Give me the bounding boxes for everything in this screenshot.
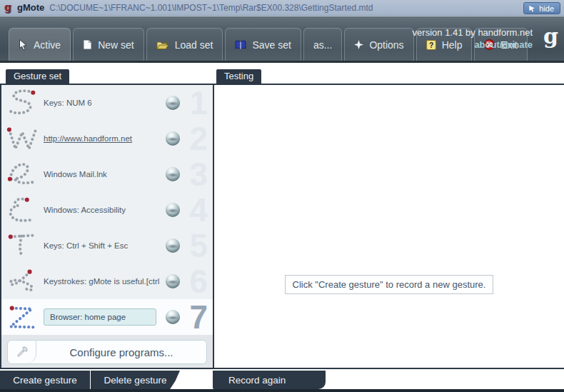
gesture-row[interactable]: Windows Mail.lnk 3 bbox=[1, 156, 213, 192]
tab-strip: Gesture set Testing bbox=[0, 69, 564, 84]
book-icon bbox=[235, 40, 246, 50]
gesture-test-sphere-icon[interactable] bbox=[166, 310, 180, 324]
gesture-set-panel: Keys: NUM 6 1 http://www.handform.net 2 … bbox=[1, 85, 213, 368]
gesture-test-sphere-icon[interactable] bbox=[166, 96, 180, 110]
tab-gesture-set[interactable]: Gesture set bbox=[6, 69, 69, 84]
create-gesture-button[interactable]: Create gesture bbox=[0, 371, 90, 389]
hide-button[interactable]: hide bbox=[523, 2, 560, 14]
gesture-test-sphere-icon[interactable] bbox=[166, 167, 180, 181]
toolbar-button-as[interactable]: as... bbox=[303, 28, 342, 61]
toolbar: Active New set Load set Save set as... O… bbox=[0, 16, 564, 63]
main-content: Keys: NUM 6 1 http://www.handform.net 2 … bbox=[0, 84, 564, 369]
plus-icon bbox=[354, 40, 363, 49]
testing-message: Click "Create gesture" to record a new g… bbox=[285, 275, 494, 294]
configure-programs-button[interactable]: Configure programs... bbox=[7, 340, 207, 364]
gesture-row[interactable]: 7 bbox=[1, 299, 213, 335]
gesture-drawing bbox=[5, 195, 41, 225]
gesture-drawing bbox=[5, 231, 41, 261]
gesture-number: 3 bbox=[180, 156, 213, 192]
bottom-bar: Create gesture Delete gesture Record aga… bbox=[0, 369, 564, 392]
gesture-label: Keys: Ctrl + Shift + Esc bbox=[44, 241, 163, 250]
delete-gesture-button[interactable]: Delete gesture bbox=[90, 371, 180, 389]
about-donate-link[interactable]: about/donate bbox=[474, 39, 533, 50]
left-panel-footer: Configure programs... bbox=[1, 335, 213, 368]
gesture-drawing bbox=[5, 266, 41, 296]
gesture-number: 4 bbox=[180, 192, 213, 228]
bottom-bar-left: Create gesture Delete gesture bbox=[0, 371, 180, 389]
gesture-label-input[interactable] bbox=[44, 308, 156, 326]
record-again-label: Record again bbox=[228, 375, 286, 386]
tab-testing[interactable]: Testing bbox=[216, 69, 261, 84]
titlebar: g gMote C:\DOCUME~1\FFRANC~1.001\IMPOST~… bbox=[0, 0, 564, 16]
toolbar-button-new-set[interactable]: New set bbox=[73, 28, 144, 61]
cursor-icon bbox=[19, 39, 28, 51]
gesture-test-sphere-icon[interactable] bbox=[166, 131, 180, 146]
gesture-number: 1 bbox=[180, 85, 213, 121]
gesture-label: Keystrokes: gMote is useful.[ctrl bbox=[44, 277, 163, 286]
window-bottom-edge bbox=[0, 389, 564, 392]
gmote-logo: g bbox=[543, 26, 558, 47]
gesture-test-sphere-icon[interactable] bbox=[166, 238, 180, 253]
hide-button-label: hide bbox=[539, 4, 554, 13]
toolbar-button-load-set[interactable]: Load set bbox=[146, 28, 223, 61]
gesture-row[interactable]: Keys: NUM 6 1 bbox=[1, 85, 213, 121]
gesture-number: 5 bbox=[180, 228, 213, 263]
gesture-row[interactable]: http://www.handform.net 2 bbox=[1, 121, 213, 156]
wrench-icon bbox=[8, 341, 36, 363]
window-title-path: C:\DOCUME~1\FFRANC~1.001\IMPOST~1\Temp\R… bbox=[49, 3, 373, 13]
gesture-test-sphere-icon[interactable] bbox=[166, 203, 180, 217]
gesture-row[interactable]: Keys: Ctrl + Shift + Esc 5 bbox=[1, 228, 213, 263]
gmote-app-icon: g bbox=[4, 2, 14, 14]
version-text: version 1.41 by handform.net bbox=[413, 27, 533, 38]
testing-panel: Click "Create gesture" to record a new g… bbox=[213, 85, 564, 368]
gesture-row[interactable]: Windows: Accessibility 4 bbox=[1, 192, 213, 228]
gesture-label: Windows: Accessibility bbox=[44, 206, 163, 214]
gesture-row[interactable]: Keystrokes: gMote is useful.[ctrl 6 bbox=[1, 263, 213, 299]
gesture-label: Windows Mail.lnk bbox=[44, 170, 163, 179]
toolbar-button-save-set[interactable]: Save set bbox=[225, 28, 301, 61]
new-document-icon bbox=[83, 39, 92, 50]
gesture-number: 7 bbox=[180, 299, 213, 335]
toolbar-button-options[interactable]: Options bbox=[344, 28, 413, 61]
record-again-button[interactable]: Record again bbox=[213, 371, 326, 389]
configure-programs-label: Configure programs... bbox=[36, 341, 206, 363]
open-folder-icon bbox=[156, 40, 169, 50]
gesture-number: 6 bbox=[180, 263, 213, 299]
toolbar-gap bbox=[0, 63, 564, 69]
gesture-drawing bbox=[5, 88, 41, 118]
gesture-label: Keys: NUM 6 bbox=[44, 99, 163, 107]
cursor-arrow-icon bbox=[528, 5, 535, 12]
window-title: gMote bbox=[17, 2, 44, 13]
gesture-list: Keys: NUM 6 1 http://www.handform.net 2 … bbox=[1, 85, 213, 335]
gesture-drawing bbox=[5, 302, 41, 332]
gesture-label-link[interactable]: http://www.handform.net bbox=[44, 134, 163, 143]
gesture-number: 2 bbox=[180, 121, 213, 156]
gesture-drawing bbox=[5, 159, 41, 189]
gesture-drawing bbox=[5, 124, 41, 154]
version-block: version 1.41 by handform.net about/donat… bbox=[413, 27, 533, 51]
gesture-test-sphere-icon[interactable] bbox=[166, 274, 180, 288]
toolbar-button-active[interactable]: Active bbox=[9, 28, 71, 61]
